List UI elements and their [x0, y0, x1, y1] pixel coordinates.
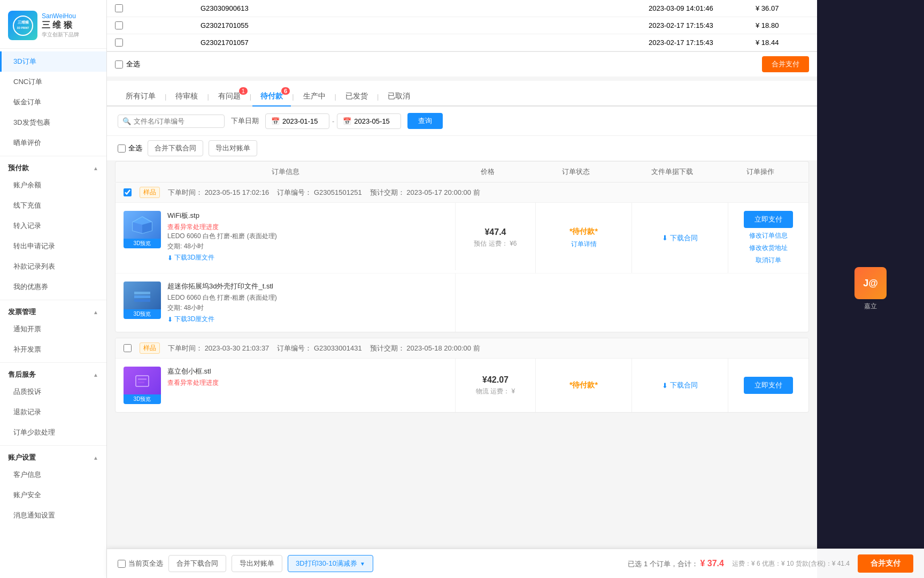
- order-card-1: 样品 下单时间： 2023-05-15 17:02:16 订单编号： G2305…: [115, 182, 809, 332]
- sidebar-item-3d-order[interactable]: 3D订单: [0, 51, 106, 72]
- order1-no: G23051501251: [314, 188, 362, 196]
- sidebar-item-customer-info[interactable]: 客户信息: [0, 465, 106, 485]
- order-card-1-header: 样品 下单时间： 2023-05-15 17:02:16 订单编号： G2305…: [116, 182, 808, 203]
- order1-item1-name: WiFi板.stp: [167, 211, 277, 220]
- merge-download-btn[interactable]: 合并下载合同: [148, 140, 203, 156]
- tab-pending-payment[interactable]: 待付款 6: [252, 87, 291, 107]
- sidebar-item-coupons[interactable]: 我的优惠券: [0, 277, 106, 297]
- order1-item2-delivery: 交期: 48小时: [167, 303, 277, 313]
- order1-item2-name: 超迷你拓展坞3d外壳打印文件_t.stl: [167, 282, 277, 291]
- order-id-2: G23021701055: [201, 21, 649, 29]
- section-invoice: 发票管理 ▲: [0, 303, 106, 319]
- order2-pay-btn[interactable]: 立即支付: [744, 377, 793, 394]
- section-invoice-arrow: ▲: [93, 309, 98, 315]
- sidebar-item-quality[interactable]: 品质投诉: [0, 382, 106, 402]
- top-merge-pay-btn[interactable]: 合并支付: [762, 56, 809, 72]
- tab-all-orders[interactable]: 所有订单: [118, 87, 164, 105]
- order1-item1-download[interactable]: ⬇ 下载3D厘文件: [167, 253, 277, 262]
- bottom-coupon-dropdown[interactable]: 3D打印30-10满减券 ▼: [288, 555, 373, 572]
- tabs-row: 所有订单 | 待审核 | 有问题 1 | 待付款 6 | 生产中 | 已发货: [118, 87, 806, 105]
- sidebar-item-transfer-in[interactable]: 转入记录: [0, 216, 106, 236]
- order1-item2-info: 3D预览 超迷你拓展坞3d外壳打印文件_t.stl LEDO 6060 白色 打…: [116, 273, 456, 332]
- tab-pending-review[interactable]: 待审核: [167, 87, 206, 105]
- order1-edit-order[interactable]: 修改订单信息: [749, 231, 788, 240]
- tab-has-issues[interactable]: 有问题 1: [210, 87, 249, 105]
- row-checkbox-3[interactable]: [115, 39, 123, 47]
- sidebar-item-transfer-out[interactable]: 转出申请记录: [0, 236, 106, 256]
- tab-in-production[interactable]: 生产中: [295, 87, 334, 105]
- order2-ops-cell: 立即支付: [728, 359, 808, 412]
- tab-shipped[interactable]: 已发货: [337, 87, 376, 105]
- download-icon-1: ⬇: [167, 254, 173, 262]
- order1-checkbox[interactable]: [124, 188, 132, 196]
- order-card-2-header: 样品 下单时间： 2023-03-30 21:03:37 订单编号： G2303…: [116, 338, 808, 359]
- date-from-input[interactable]: 📅 2023-01-15: [265, 113, 329, 129]
- sidebar-item-refund[interactable]: 退款记录: [0, 402, 106, 422]
- row-checkbox-2[interactable]: [115, 21, 123, 29]
- export-btn[interactable]: 导出对账单: [209, 140, 257, 156]
- orders-container: 样品 下单时间： 2023-05-15 17:02:16 订单编号： G2305…: [107, 182, 817, 578]
- order1-edit-address[interactable]: 修改收货地址: [749, 244, 788, 253]
- sidebar-item-supplement-list[interactable]: 补款记录列表: [0, 256, 106, 277]
- row-checkbox-1[interactable]: [115, 4, 123, 12]
- query-button[interactable]: 查询: [407, 113, 443, 129]
- svg-rect-8: [134, 295, 150, 298]
- order2-price-main: ¥42.07: [464, 375, 527, 385]
- section-aftersale: 售后服务 ▲: [0, 366, 106, 382]
- order2-delivery-label: 预计交期： 2023-05-18 20:00:00 前: [370, 344, 480, 353]
- logo-icon: 三维猴 3D PRINT: [8, 11, 37, 40]
- tab-cancelled[interactable]: 已取消: [380, 87, 418, 105]
- top-actions-bar: 全选 合并支付: [107, 51, 817, 77]
- order1-item1-info: 3D预览 WiFi板.stp 查看异常处理进度 LEDO 6060 白色 打磨-…: [116, 203, 456, 270]
- right-logo: J@: [854, 267, 887, 299]
- svg-text:3D PRINT: 3D PRINT: [17, 26, 29, 29]
- download-icon-2: ⬇: [167, 316, 173, 323]
- sidebar-item-short-pay[interactable]: 订单少款处理: [0, 422, 106, 443]
- company-name: 三 维 猴: [42, 20, 79, 31]
- select-all-checkbox[interactable]: [118, 144, 126, 153]
- order1-item2-download[interactable]: ⬇ 下载3D厘文件: [167, 315, 277, 324]
- bottom-left: 当前页全选 合并下载合同 导出对账单 3D打印30-10满减券 ▼: [118, 555, 373, 572]
- order1-item1-issue-link[interactable]: 查看异常处理进度: [167, 223, 277, 232]
- order2-delivery: 2023-05-18 20:00:00 前: [406, 344, 480, 352]
- sidebar-item-balance[interactable]: 账户余额: [0, 175, 106, 195]
- search-input[interactable]: [134, 117, 220, 125]
- download-contract-icon: ⬇: [662, 234, 668, 242]
- sidebar-item-3d-shipment[interactable]: 3D发货包裹: [0, 112, 106, 133]
- sidebar-item-supplement-invoice[interactable]: 补开发票: [0, 339, 106, 360]
- sidebar-item-notifications[interactable]: 消息通知设置: [0, 505, 106, 526]
- sidebar-item-review[interactable]: 晒单评价: [0, 133, 106, 153]
- sidebar-item-account-security[interactable]: 账户安全: [0, 485, 106, 505]
- sidebar-item-sheet-metal[interactable]: 钣金订单: [0, 92, 106, 112]
- calendar-icon-to: 📅: [343, 117, 351, 125]
- order1-time: 2023-05-15 17:02:16: [205, 188, 270, 196]
- order1-item1-thumb: 3D预览: [124, 211, 161, 248]
- sidebar-item-notify-invoice[interactable]: 通知开票: [0, 319, 106, 339]
- svg-rect-10: [136, 376, 149, 386]
- order1-price-cell: ¥47.4 预估 运费： ¥6: [456, 203, 536, 273]
- order-amount-2: ¥ 18.80: [756, 21, 809, 29]
- sidebar-item-offline-topup[interactable]: 线下充值: [0, 195, 106, 216]
- col-file-download: 文件单据下载: [624, 167, 720, 177]
- order-id-3: G23021701057: [201, 39, 649, 47]
- top-orders-section: G23030900613 2023-03-09 14:01:46 ¥ 36.07…: [107, 0, 817, 77]
- order1-detail-link[interactable]: 订单详情: [571, 240, 597, 249]
- bottom-select-all-checkbox[interactable]: [118, 560, 126, 568]
- summary-amount: ¥ 37.4: [700, 559, 723, 568]
- order2-status-cell: *待付款*: [536, 359, 632, 412]
- order1-item1-body: 3D预览 WiFi板.stp 查看异常处理进度 LEDO 6060 白色 打磨-…: [116, 203, 808, 273]
- order1-pay-btn[interactable]: 立即支付: [744, 211, 793, 228]
- date-to-input[interactable]: 📅 2023-05-15: [337, 113, 401, 129]
- order2-download-contract[interactable]: ⬇ 下载合同: [662, 381, 698, 390]
- bottom-merge-download-btn[interactable]: 合并下载合同: [168, 555, 226, 572]
- order2-item-issue-link[interactable]: 查看异常处理进度: [167, 378, 219, 387]
- bottom-export-btn[interactable]: 导出对账单: [232, 555, 282, 572]
- order1-download-contract[interactable]: ⬇ 下载合同: [662, 233, 698, 243]
- top-select-all-checkbox[interactable]: [115, 60, 123, 69]
- date-to-value: 2023-05-15: [354, 117, 390, 125]
- sidebar-item-cnc-order[interactable]: CNC订单: [0, 72, 106, 92]
- order2-checkbox[interactable]: [124, 344, 132, 352]
- section-account-arrow: ▲: [93, 455, 98, 461]
- bottom-dropdown-label: 3D打印30-10满减券: [296, 559, 357, 568]
- order1-cancel[interactable]: 取消订单: [756, 256, 781, 265]
